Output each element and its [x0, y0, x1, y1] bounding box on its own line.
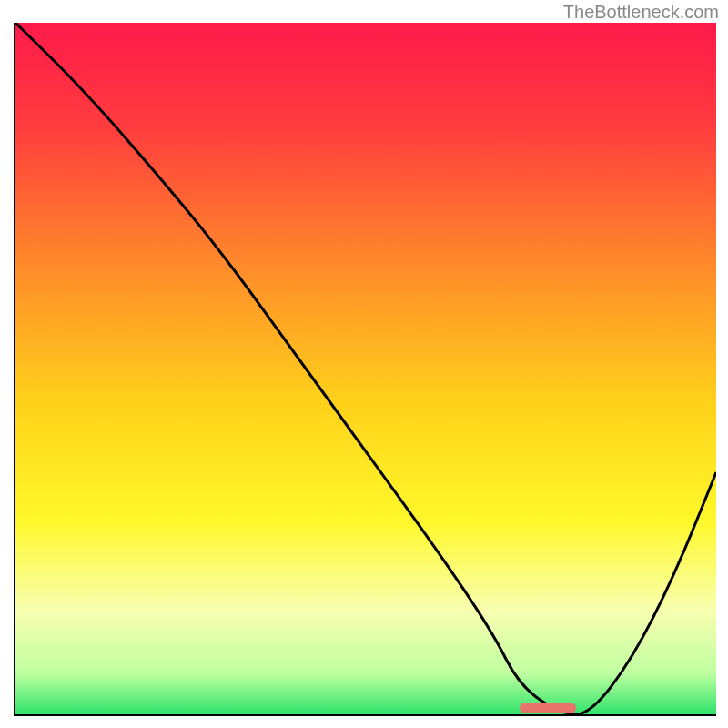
watermark-text: TheBottleneck.com [563, 2, 719, 23]
plot-area [14, 23, 716, 716]
optimal-marker [520, 703, 576, 713]
bottleneck-curve [15, 23, 716, 714]
chart-container: TheBottleneck.com [0, 0, 728, 728]
